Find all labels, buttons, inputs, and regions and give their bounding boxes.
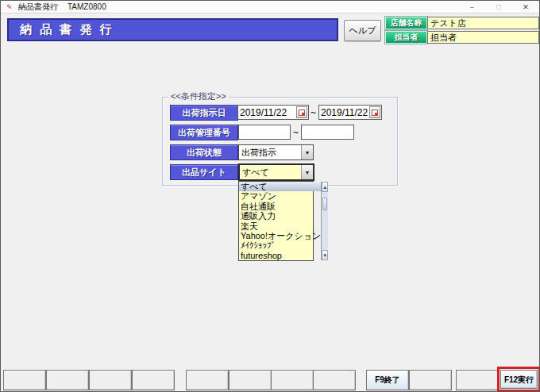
ship-date-label: 出荷指示日 <box>170 105 238 121</box>
ship-date-to-value: 2019/11/22 <box>319 107 369 118</box>
listing-site-label: 出品サイト <box>170 164 238 180</box>
list-item[interactable]: 自社通販 <box>239 202 321 211</box>
ship-status-value: 出荷指示 <box>239 145 301 159</box>
dropdown-scrollbar[interactable]: ▲ ▼ <box>321 182 328 260</box>
list-item[interactable]: 楽天 <box>239 221 321 231</box>
fkey-button-blank-10[interactable] <box>409 370 452 390</box>
mgmt-no-tilde: ~ <box>293 127 299 138</box>
staff-value: 担当者 <box>427 31 539 44</box>
fkey-button-blank-3[interactable] <box>89 370 132 390</box>
window-title: 納品書発行 <box>18 2 58 13</box>
store-name-value: テスト店 <box>427 17 539 29</box>
chevron-down-icon: ▼ <box>305 170 310 175</box>
scroll-up-icon[interactable]: ▲ <box>322 182 328 192</box>
calendar-icon <box>299 110 305 116</box>
fkey-button-blank-7[interactable] <box>271 370 314 390</box>
condition-legend: <<条件指定>> <box>168 90 229 102</box>
listing-site-combo[interactable]: すべて ▼ <box>238 163 314 181</box>
dropdown-items: すべて アマゾン 自社通販 通販入力 楽天 Yahoo!オークション ﾒｲｸｼｮ… <box>239 182 321 260</box>
list-item[interactable]: futureshop <box>239 251 321 260</box>
f12-execute-button[interactable]: F12実行 <box>500 370 538 389</box>
calendar-icon <box>372 110 378 116</box>
help-button[interactable]: ヘルプ <box>344 20 381 41</box>
fkey-button-blank-6[interactable] <box>229 370 272 390</box>
listing-site-dropdown-list: すべて アマゾン 自社通販 通販入力 楽天 Yahoo!オークション ﾒｲｸｼｮ… <box>238 181 314 261</box>
fkey-button-blank-8[interactable] <box>313 370 356 390</box>
f9-exit-button[interactable]: F9終了 <box>366 370 409 390</box>
app-icon: ✎ <box>6 3 14 11</box>
calendar-button-to[interactable] <box>369 106 380 118</box>
fkey-button-blank-11[interactable] <box>456 370 499 390</box>
minimize-icon[interactable]: － <box>458 1 485 13</box>
ship-status-label: 出荷状態 <box>170 144 238 160</box>
staff-label: 担当者 <box>385 31 427 44</box>
scroll-down-icon[interactable]: ▼ <box>322 250 328 260</box>
list-item[interactable]: Yahoo!オークション <box>239 231 321 240</box>
mgmt-no-label: 出荷管理番号 <box>170 125 238 140</box>
fkey-button-blank-1[interactable] <box>3 370 46 390</box>
f12-highlight-frame: F12実行 <box>497 367 540 392</box>
fkey-button-blank-2[interactable] <box>46 370 89 390</box>
scrollbar-thumb[interactable] <box>322 198 327 210</box>
fkey-button-blank-5[interactable] <box>186 370 229 390</box>
list-item[interactable]: 通販入力 <box>239 211 321 221</box>
mgmt-no-from-input[interactable] <box>238 125 291 140</box>
ship-date-to-field[interactable]: 2019/11/22 <box>318 105 382 120</box>
list-item[interactable]: ﾒｲｸｼｮｯﾌﾟ <box>239 240 321 250</box>
fkey-button-blank-4[interactable] <box>132 370 175 390</box>
ship-status-dropdown-button[interactable]: ▼ <box>301 145 313 159</box>
ship-date-from-value: 2019/11/22 <box>238 107 296 118</box>
listing-site-value: すべて <box>240 165 301 179</box>
mgmt-no-to-input[interactable] <box>301 125 354 140</box>
store-name-label: 店舗名称 <box>385 17 427 29</box>
date-range-tilde: ~ <box>310 107 316 118</box>
chevron-down-icon: ▼ <box>305 150 310 156</box>
app-window: ✎ 納品書発行 TAMZ0800 － □ ✕ 納 品 書 発 行 ヘルプ 店舗名… <box>0 0 540 392</box>
maximize-icon[interactable]: □ <box>485 1 512 13</box>
window-controls: － □ ✕ <box>458 1 539 13</box>
listing-site-dropdown-button[interactable]: ▼ <box>301 165 313 179</box>
list-item[interactable]: すべて <box>239 182 321 191</box>
ship-date-from-field[interactable]: 2019/11/22 <box>237 105 309 120</box>
ship-status-combo[interactable]: 出荷指示 ▼ <box>238 144 314 160</box>
close-icon[interactable]: ✕ <box>512 1 539 13</box>
title-bar: ✎ 納品書発行 TAMZ0800 － □ ✕ <box>1 1 539 13</box>
list-item[interactable]: アマゾン <box>239 191 321 201</box>
page-title: 納 品 書 発 行 <box>7 18 338 41</box>
calendar-button-from[interactable] <box>296 106 307 118</box>
window-code: TAMZ0800 <box>68 2 106 11</box>
